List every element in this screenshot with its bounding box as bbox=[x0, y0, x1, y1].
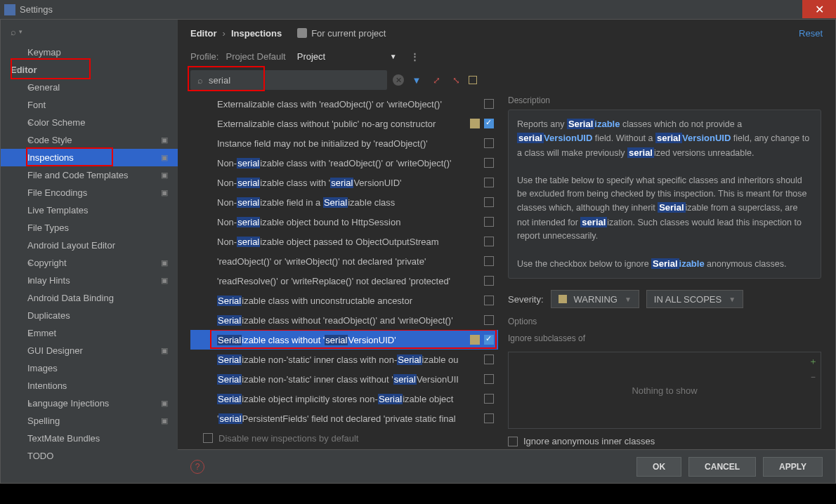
search-input[interactable] bbox=[209, 75, 380, 86]
sidebar-item[interactable]: Images bbox=[1, 359, 178, 377]
inspection-row[interactable]: Serializable non-'static' inner class wi… bbox=[190, 369, 498, 389]
sidebar-search[interactable]: ⌕ ▾ bbox=[1, 20, 178, 44]
apply-button[interactable]: APPLY bbox=[763, 457, 823, 477]
inspection-row[interactable]: Serializable object implicitly stores no… bbox=[190, 389, 498, 409]
sidebar-item[interactable]: Font bbox=[1, 96, 178, 114]
sidebar-item[interactable]: Android Data Binding bbox=[1, 289, 178, 307]
add-icon[interactable]: ＋ bbox=[809, 355, 818, 368]
sidebar-item[interactable]: File Encodings▣ bbox=[1, 184, 178, 201]
profile-combo[interactable]: Project ▼ bbox=[293, 50, 401, 63]
inspection-checkbox[interactable] bbox=[484, 335, 494, 345]
ok-button[interactable]: OK bbox=[636, 457, 681, 477]
inspection-row[interactable]: Non-serializable field in a Serializable… bbox=[190, 192, 498, 212]
sidebar-item[interactable]: ▸General bbox=[1, 79, 178, 96]
inspection-row[interactable]: Non-serializable object passed to Object… bbox=[190, 232, 498, 251]
inspection-row[interactable]: Serializable non-'static' inner class wi… bbox=[190, 350, 498, 369]
inspection-search[interactable]: ⌕ bbox=[190, 70, 387, 90]
inspection-row[interactable]: 'serialPersistentFields' field not decla… bbox=[190, 409, 498, 427]
inspection-row[interactable]: Non-serializable class with 'readObject(… bbox=[190, 153, 498, 173]
severity-combo[interactable]: WARNING ▼ bbox=[551, 290, 639, 308]
inspection-row[interactable]: Non-serializable object bound to HttpSes… bbox=[190, 212, 498, 232]
settings-tree[interactable]: Keymap▾Editor▸GeneralFont▸Color Scheme▸C… bbox=[1, 44, 178, 483]
inspection-row[interactable]: Serializable class without 'readObject()… bbox=[190, 310, 498, 330]
inspection-checkbox[interactable] bbox=[484, 217, 494, 227]
inspection-checkbox[interactable] bbox=[484, 256, 494, 266]
scope-combo[interactable]: IN ALL SCOPES ▼ bbox=[646, 290, 743, 308]
sidebar-item[interactable]: File and Code Templates▣ bbox=[1, 166, 178, 184]
inspection-checkbox[interactable] bbox=[484, 158, 494, 168]
sidebar-item[interactable]: TODO bbox=[1, 447, 178, 465]
expand-all-icon[interactable]: ⤢ bbox=[429, 73, 443, 87]
project-icon: ▣ bbox=[161, 153, 168, 162]
inspection-list[interactable]: Externalizable class with 'readObject()'… bbox=[190, 94, 498, 427]
sidebar-item[interactable]: Spelling▣ bbox=[1, 412, 178, 430]
sidebar-item[interactable]: File Types bbox=[1, 219, 178, 237]
sidebar-item[interactable]: Live Templates bbox=[1, 201, 178, 219]
for-current-project: For current project bbox=[297, 28, 386, 39]
square-icon[interactable] bbox=[469, 76, 477, 84]
sidebar-item[interactable]: Duplicates bbox=[1, 307, 178, 324]
help-icon[interactable]: ? bbox=[190, 460, 204, 474]
inspection-checkbox[interactable] bbox=[484, 296, 494, 305]
description-header: Description bbox=[508, 95, 821, 105]
sidebar-item[interactable]: ▸Code Style▣ bbox=[1, 131, 178, 149]
disable-new-row[interactable]: Disable new inspections by default bbox=[190, 427, 498, 449]
search-icon: ⌕ bbox=[197, 75, 203, 86]
reset-link[interactable]: Reset bbox=[799, 28, 823, 39]
subclass-table[interactable]: Nothing to show ＋ － bbox=[508, 352, 821, 429]
collapse-all-icon[interactable]: ⤡ bbox=[449, 73, 463, 87]
sidebar-item[interactable]: ▸Inlay Hints▣ bbox=[1, 272, 178, 289]
sidebar-item[interactable]: GUI Designer▣ bbox=[1, 342, 178, 359]
search-icon: ⌕ bbox=[11, 27, 16, 37]
chevron-down-icon: ▼ bbox=[729, 296, 736, 303]
sidebar-item[interactable]: Inspections▣ bbox=[1, 149, 178, 166]
app-icon bbox=[4, 4, 15, 15]
inspection-row[interactable]: Serializable class without 'serialVersio… bbox=[190, 330, 498, 350]
sidebar-item[interactable]: ▸Emmet bbox=[1, 324, 178, 342]
inspection-row[interactable]: Serializable class with unconstructable … bbox=[190, 291, 498, 310]
clear-icon[interactable]: ✕ bbox=[393, 74, 404, 86]
sidebar-item[interactable]: ▸Language Injections▣ bbox=[1, 394, 178, 412]
sidebar-item[interactable]: Android Layout Editor bbox=[1, 237, 178, 254]
ignore-anon-checkbox[interactable] bbox=[508, 437, 518, 446]
inspection-checkbox[interactable] bbox=[484, 413, 494, 423]
remove-icon[interactable]: － bbox=[809, 371, 818, 383]
project-icon bbox=[297, 28, 307, 38]
project-icon: ▣ bbox=[161, 399, 168, 408]
sidebar-item[interactable]: Keymap bbox=[1, 44, 178, 61]
gear-icon[interactable]: ⋮ bbox=[408, 49, 422, 63]
inspection-checkbox[interactable] bbox=[484, 138, 494, 148]
nothing-to-show: Nothing to show bbox=[632, 385, 697, 396]
project-icon: ▣ bbox=[161, 135, 168, 145]
disable-new-checkbox[interactable] bbox=[203, 433, 213, 443]
inspection-checkbox[interactable] bbox=[484, 315, 494, 325]
sidebar-item[interactable]: ▸Copyright▣ bbox=[1, 254, 178, 272]
profile-label: Profile: bbox=[190, 51, 218, 62]
filter-icon[interactable]: ▼ bbox=[410, 73, 424, 87]
inspection-row[interactable]: Externalizable class with 'readObject()'… bbox=[190, 94, 498, 114]
inspection-checkbox[interactable] bbox=[484, 99, 494, 109]
inspection-checkbox[interactable] bbox=[484, 354, 494, 364]
inspection-row[interactable]: Externalizable class without 'public' no… bbox=[190, 114, 498, 133]
inspection-checkbox[interactable] bbox=[484, 374, 494, 384]
close-icon[interactable]: ✕ bbox=[802, 0, 836, 18]
inspection-checkbox[interactable] bbox=[484, 237, 494, 246]
inspection-checkbox[interactable] bbox=[484, 119, 494, 128]
sidebar-item[interactable]: Intentions bbox=[1, 377, 178, 394]
inspection-row[interactable]: 'readResolve()' or 'writeReplace()' not … bbox=[190, 271, 498, 291]
inspection-row[interactable]: Instance field may not be initialized by… bbox=[190, 133, 498, 153]
sidebar-item[interactable]: TextMate Bundles bbox=[1, 430, 178, 447]
ignore-anon-row[interactable]: Ignore anonymous inner classes bbox=[508, 436, 821, 446]
inspection-checkbox[interactable] bbox=[484, 197, 494, 207]
inspection-checkbox[interactable] bbox=[484, 178, 494, 187]
crumb-leaf: Inspections bbox=[231, 28, 282, 39]
sidebar-item[interactable]: ▾Editor bbox=[1, 61, 178, 79]
cancel-button[interactable]: CANCEL bbox=[688, 457, 756, 477]
inspection-row[interactable]: 'readObject()' or 'writeObject()' not de… bbox=[190, 251, 498, 271]
sidebar-item[interactable]: ▸Color Scheme bbox=[1, 114, 178, 131]
inspection-checkbox[interactable] bbox=[484, 276, 494, 286]
inspection-checkbox[interactable] bbox=[484, 394, 494, 404]
options-header: Options bbox=[508, 317, 821, 326]
inspection-row[interactable]: Non-serializable class with 'serialVersi… bbox=[190, 173, 498, 192]
project-icon: ▣ bbox=[161, 346, 168, 355]
